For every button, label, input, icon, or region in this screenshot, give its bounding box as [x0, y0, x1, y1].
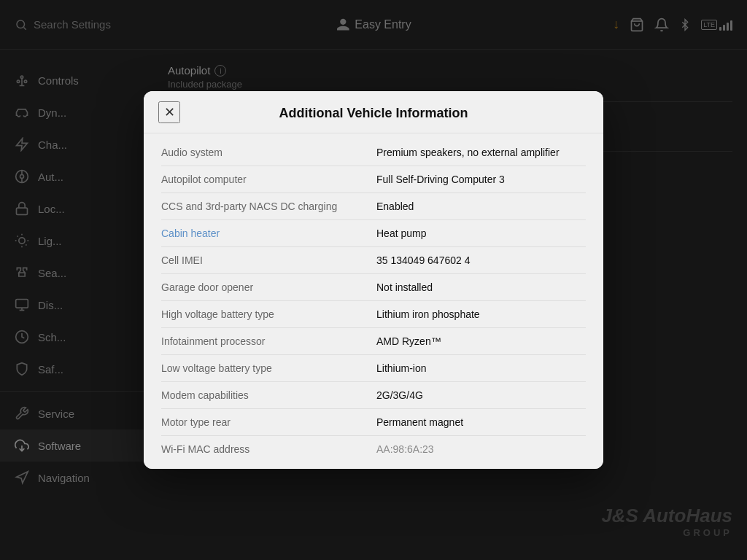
- info-label-11: Wi-Fi MAC address: [161, 443, 371, 455]
- info-value-10: Permanent magnet: [376, 416, 586, 428]
- info-value-7: AMD Ryzen™: [376, 335, 586, 347]
- info-value-2: Enabled: [376, 201, 586, 212]
- info-label-7: Infotainment processor: [161, 335, 371, 347]
- modal-body: Audio systemPremium speakers, no externa…: [144, 133, 603, 469]
- info-value-4: 35 134049 647602 4: [376, 254, 586, 266]
- modal-row-6: High voltage battery typeLithium iron ph…: [161, 301, 586, 328]
- modal-row-3: Cabin heaterHeat pump: [161, 220, 586, 247]
- info-value-8: Lithium-ion: [376, 362, 586, 374]
- modal-row-4: Cell IMEI35 134049 647602 4: [161, 247, 586, 274]
- info-label-8: Low voltage battery type: [161, 362, 371, 374]
- info-label-5: Garage door opener: [161, 281, 371, 293]
- modal-row-2: CCS and 3rd-party NACS DC chargingEnable…: [161, 193, 586, 220]
- info-value-0: Premium speakers, no external amplifier: [376, 147, 586, 158]
- info-label-4: Cell IMEI: [161, 254, 371, 266]
- modal-overlay: ✕ Additional Vehicle Information Audio s…: [0, 0, 747, 560]
- modal-row-11: Wi-Fi MAC addressAA:98:6A:23: [161, 436, 586, 462]
- modal-row-1: Autopilot computerFull Self-Driving Comp…: [161, 166, 586, 193]
- info-label-0: Audio system: [161, 147, 371, 158]
- modal-row-10: Motor type rearPermanent magnet: [161, 409, 586, 436]
- info-label-9: Modem capabilities: [161, 389, 371, 401]
- vehicle-info-modal: ✕ Additional Vehicle Information Audio s…: [144, 91, 603, 469]
- info-label-10: Motor type rear: [161, 416, 371, 428]
- info-value-3: Heat pump: [376, 228, 586, 239]
- info-value-5: Not installed: [376, 281, 586, 293]
- info-label-2: CCS and 3rd-party NACS DC charging: [161, 201, 371, 212]
- modal-title: Additional Vehicle Information: [279, 106, 468, 121]
- modal-header: ✕ Additional Vehicle Information: [144, 91, 603, 133]
- modal-row-7: Infotainment processorAMD Ryzen™: [161, 328, 586, 355]
- info-value-6: Lithium iron phosphate: [376, 308, 586, 320]
- info-value-1: Full Self-Driving Computer 3: [376, 174, 586, 185]
- info-label-1: Autopilot computer: [161, 174, 371, 185]
- info-label-3: Cabin heater: [161, 228, 371, 239]
- info-value-11: AA:98:6A:23: [376, 443, 586, 455]
- modal-row-0: Audio systemPremium speakers, no externa…: [161, 139, 586, 166]
- modal-row-8: Low voltage battery typeLithium-ion: [161, 355, 586, 382]
- modal-row-5: Garage door openerNot installed: [161, 274, 586, 301]
- modal-close-button[interactable]: ✕: [158, 101, 180, 123]
- modal-row-9: Modem capabilities2G/3G/4G: [161, 382, 586, 409]
- info-label-6: High voltage battery type: [161, 308, 371, 320]
- info-value-9: 2G/3G/4G: [376, 389, 586, 401]
